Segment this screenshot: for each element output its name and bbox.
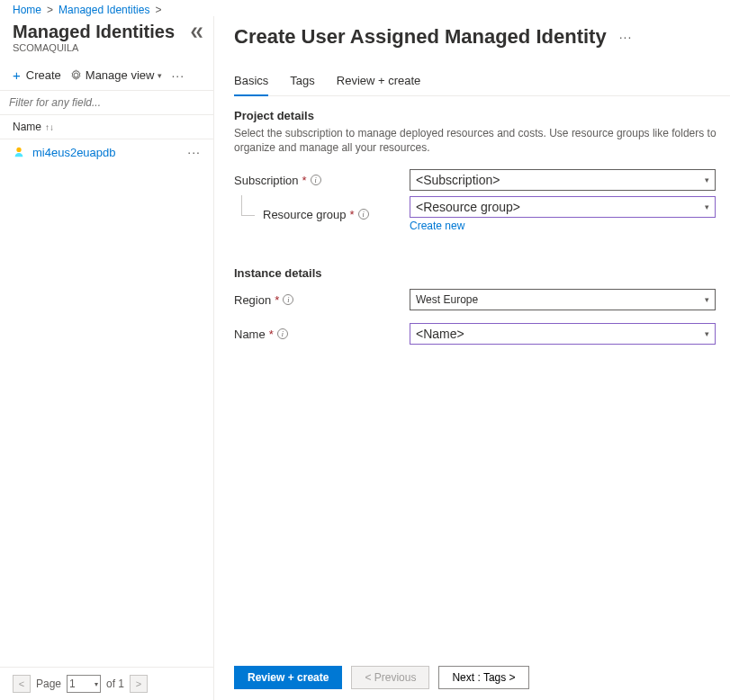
collapse-pane-icon[interactable]: ❮❮ xyxy=(190,26,201,38)
tabs: Basics Tags Review + create xyxy=(234,74,730,96)
subscription-select[interactable]: <Subscription> ▾ xyxy=(410,169,716,191)
pager-page-label: Page xyxy=(36,678,61,690)
create-pane: Create User Assigned Managed Identity ··… xyxy=(214,16,739,700)
info-icon[interactable]: i xyxy=(358,209,369,220)
chevron-down-icon: ▾ xyxy=(705,175,709,184)
plus-icon: + xyxy=(13,67,21,83)
wizard-footer: Review + create < Previous Next : Tags > xyxy=(234,655,730,700)
more-actions-icon[interactable]: ··· xyxy=(171,68,185,83)
tab-review-create[interactable]: Review + create xyxy=(337,74,421,95)
pager-of-label: of 1 xyxy=(106,678,124,690)
breadcrumb: Home > Managed Identities > xyxy=(0,0,739,16)
pager-prev-button[interactable]: < xyxy=(13,675,31,693)
list-title: Managed Identities xyxy=(13,22,175,42)
list-toolbar: + Create Manage view ▾ ··· xyxy=(0,58,213,90)
list-pane: Managed Identities ❮❮ SCOMAQUILA + Creat… xyxy=(0,16,214,700)
create-button[interactable]: + Create xyxy=(13,67,61,83)
name-input[interactable]: <Name> ▾ xyxy=(410,323,716,345)
required-indicator: * xyxy=(302,174,307,187)
filter-input[interactable] xyxy=(0,91,213,114)
name-label: Name xyxy=(234,328,266,341)
chevron-down-icon: ▾ xyxy=(705,329,709,338)
list-subtitle: SCOMAQUILA xyxy=(13,42,201,53)
tab-basics[interactable]: Basics xyxy=(234,74,268,96)
info-icon[interactable]: i xyxy=(277,328,288,339)
section-project-description: Select the subscription to manage deploy… xyxy=(234,126,730,155)
breadcrumb-home[interactable]: Home xyxy=(13,4,41,16)
page-title: Create User Assigned Managed Identity xyxy=(234,25,607,49)
breadcrumb-section[interactable]: Managed Identities xyxy=(59,4,149,16)
section-instance-heading: Instance details xyxy=(234,266,730,280)
previous-button: < Previous xyxy=(351,666,429,689)
info-icon[interactable]: i xyxy=(283,294,293,305)
pager-page-select[interactable]: 1 ▾ xyxy=(67,675,101,693)
resource-list: mi4eus2euapdb ··· xyxy=(0,139,213,667)
breadcrumb-separator: > xyxy=(47,4,53,16)
tab-tags[interactable]: Tags xyxy=(290,74,314,95)
list-item[interactable]: mi4eus2euapdb ··· xyxy=(0,139,213,165)
chevron-down-icon: ▾ xyxy=(95,680,98,688)
column-header-name[interactable]: Name ↑↓ xyxy=(0,115,213,139)
region-label: Region xyxy=(234,293,271,307)
title-more-icon[interactable]: ··· xyxy=(619,30,633,44)
required-indicator: * xyxy=(350,208,355,221)
pager: < Page 1 ▾ of 1 > xyxy=(0,667,213,700)
next-button[interactable]: Next : Tags > xyxy=(438,666,528,689)
create-new-link[interactable]: Create new xyxy=(410,220,464,232)
subscription-label: Subscription xyxy=(234,174,299,187)
chevron-down-icon: ▾ xyxy=(158,71,162,80)
managed-identity-icon xyxy=(13,146,25,158)
gear-icon xyxy=(70,69,82,81)
sort-ascending-icon: ↑↓ xyxy=(45,122,54,132)
info-icon[interactable]: i xyxy=(311,175,321,185)
manage-view-button[interactable]: Manage view ▾ xyxy=(70,68,163,82)
required-indicator: * xyxy=(275,293,279,307)
chevron-down-icon: ▾ xyxy=(705,202,709,211)
section-project-heading: Project details xyxy=(234,109,730,122)
review-create-button[interactable]: Review + create xyxy=(234,666,342,689)
filter-container xyxy=(0,90,213,115)
required-indicator: * xyxy=(269,328,274,341)
svg-point-0 xyxy=(16,148,21,152)
pager-next-button[interactable]: > xyxy=(130,675,148,693)
resource-group-select[interactable]: <Resource group> ▾ xyxy=(410,196,716,218)
region-select[interactable]: West Europe ▾ xyxy=(410,289,716,310)
breadcrumb-separator: > xyxy=(155,4,161,16)
resource-group-label: Resource group xyxy=(263,208,347,221)
row-actions-icon[interactable]: ··· xyxy=(187,145,201,159)
chevron-down-icon: ▾ xyxy=(705,295,709,304)
